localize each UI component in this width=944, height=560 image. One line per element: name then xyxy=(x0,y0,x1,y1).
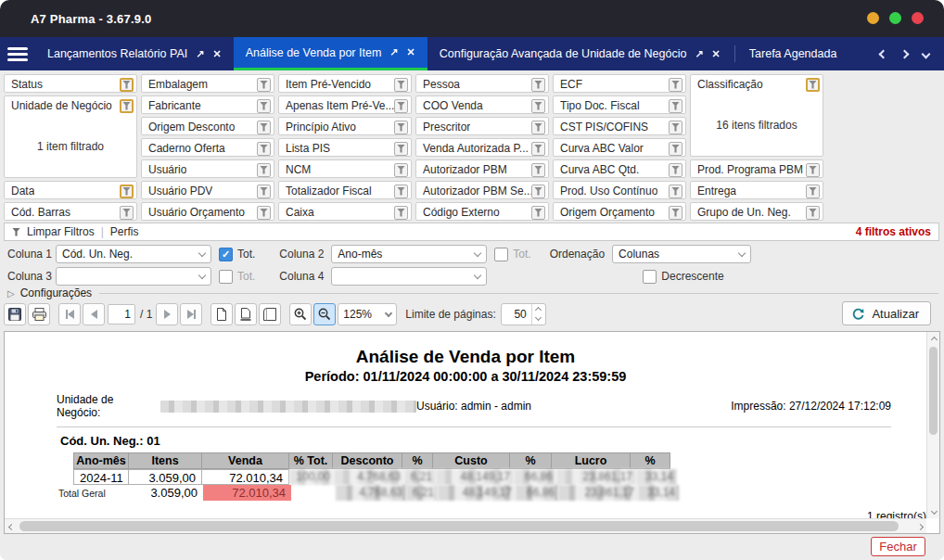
ordenacao-select[interactable]: Colunas xyxy=(612,245,751,263)
filter-embalagem[interactable]: Embalagem xyxy=(141,74,274,93)
filter-origem-desconto[interactable]: Origem Desconto xyxy=(141,117,274,135)
coluna4-select[interactable] xyxy=(331,267,487,286)
clear-filters-button[interactable]: Limpar Filtros xyxy=(27,225,95,238)
multi-page-view-button[interactable] xyxy=(259,303,281,325)
single-page-view-button[interactable] xyxy=(210,303,233,325)
funnel-icon[interactable] xyxy=(531,206,545,220)
tab-tarefa-agendada[interactable]: Tarefa Agendada xyxy=(737,37,849,70)
funnel-icon[interactable] xyxy=(257,78,271,92)
funnel-icon[interactable] xyxy=(531,185,545,198)
filter-ecf[interactable]: ECF xyxy=(553,74,686,93)
vertical-scrollbar[interactable] xyxy=(926,332,939,518)
funnel-icon[interactable] xyxy=(806,78,820,92)
scroll-down-icon[interactable] xyxy=(927,505,940,518)
page-number-input[interactable]: 1 xyxy=(108,304,135,325)
funnel-icon[interactable] xyxy=(669,206,682,220)
last-page-button[interactable] xyxy=(180,303,202,325)
filter-status[interactable]: Status xyxy=(4,74,137,93)
spinner-up-icon[interactable] xyxy=(532,304,545,314)
filter-prescritor[interactable]: Prescritor xyxy=(415,117,549,135)
coluna2-select[interactable]: Ano-mês xyxy=(331,245,487,263)
filter-coo-venda[interactable]: COO Venda xyxy=(415,95,549,114)
funnel-icon[interactable] xyxy=(806,206,820,220)
close-button[interactable]: Fechar xyxy=(871,537,925,556)
vertical-scroll-thumb[interactable] xyxy=(929,347,938,435)
detach-tab-icon[interactable]: ↗ xyxy=(389,46,398,58)
minimize-button[interactable] xyxy=(867,12,879,24)
funnel-icon[interactable] xyxy=(806,185,820,198)
filter-tipo-doc-fiscal[interactable]: Tipo Doc. Fiscal xyxy=(553,95,686,114)
funnel-icon[interactable] xyxy=(669,121,682,134)
funnel-icon[interactable] xyxy=(394,185,408,198)
scroll-left-icon[interactable] xyxy=(5,519,18,534)
scroll-right-icon[interactable] xyxy=(913,519,926,534)
zoom-out-button[interactable] xyxy=(313,303,336,325)
funnel-icon[interactable] xyxy=(531,78,545,92)
save-button[interactable] xyxy=(4,303,26,325)
horizontal-scrollbar[interactable] xyxy=(5,518,926,533)
filter-cst-pis-cofins[interactable]: CST PIS/COFINS xyxy=(553,117,686,135)
filter-pessoa[interactable]: Pessoa xyxy=(415,74,549,93)
filter-classificacao[interactable]: Classificação16 itens filtrados xyxy=(690,74,823,157)
filter-item-pre-vencido[interactable]: Item Pré-Vencido xyxy=(278,74,412,93)
funnel-icon[interactable] xyxy=(531,99,545,113)
refresh-button[interactable]: Atualizar xyxy=(842,301,931,325)
filter-apenas-item-pre-ve[interactable]: Apenas Item Pré-Ve... xyxy=(278,95,412,114)
funnel-icon[interactable] xyxy=(531,121,545,134)
close-tab-icon[interactable]: ✕ xyxy=(712,48,721,60)
filter-lista-pis[interactable]: Lista PIS xyxy=(278,138,412,157)
first-page-button[interactable] xyxy=(58,303,81,325)
coluna1-select[interactable]: Cód. Un. Neg. xyxy=(56,245,211,263)
funnel-icon[interactable] xyxy=(120,99,134,113)
decrescente-checkbox[interactable] xyxy=(643,270,657,284)
filter-usuario[interactable]: Usuário xyxy=(141,159,274,178)
funnel-icon[interactable] xyxy=(257,142,271,156)
tab-analise-de-venda-por-item[interactable]: Análise de Venda por Item↗✕ xyxy=(234,37,427,70)
filter-cod-barras[interactable]: Cód. Barras xyxy=(4,202,137,221)
tab-scroll-right-icon[interactable] xyxy=(900,49,910,58)
funnel-icon[interactable] xyxy=(257,121,271,134)
coluna3-select[interactable] xyxy=(56,267,211,286)
funnel-icon[interactable] xyxy=(257,206,271,220)
zoom-level-select[interactable]: 125% xyxy=(338,303,397,325)
detach-tab-icon[interactable]: ↗ xyxy=(196,48,204,60)
funnel-icon[interactable] xyxy=(669,185,682,198)
funnel-icon[interactable] xyxy=(394,78,408,92)
scroll-up-icon[interactable] xyxy=(927,332,940,345)
maximize-button[interactable] xyxy=(889,12,901,24)
funnel-icon[interactable] xyxy=(257,185,271,198)
page-limit-value[interactable]: 50 xyxy=(502,304,531,325)
filter-curva-abc-valor[interactable]: Curva ABC Valor xyxy=(553,138,686,157)
profiles-button[interactable]: Perfis xyxy=(110,225,139,238)
coluna2-tot-checkbox[interactable] xyxy=(494,248,508,261)
funnel-icon[interactable] xyxy=(120,185,134,198)
funnel-icon[interactable] xyxy=(669,99,682,113)
funnel-icon[interactable] xyxy=(257,99,271,113)
funnel-icon[interactable] xyxy=(669,163,682,177)
page-limit-spinner[interactable]: 50 xyxy=(501,303,546,325)
close-tab-icon[interactable]: ✕ xyxy=(407,46,415,58)
coluna1-tot-checkbox[interactable]: ✓ xyxy=(219,248,233,261)
filter-principio-ativo[interactable]: Princípio Ativo xyxy=(278,117,412,135)
filter-venda-autorizada-p[interactable]: Venda Autorizada P... xyxy=(415,138,549,157)
funnel-icon[interactable] xyxy=(120,206,134,220)
filter-usuario-orcamento[interactable]: Usuário Orçamento xyxy=(141,202,274,221)
funnel-icon[interactable] xyxy=(394,99,408,113)
filter-autorizador-pbm[interactable]: Autorizador PBM xyxy=(415,159,549,178)
close-window-button[interactable] xyxy=(912,12,924,24)
filter-origem-orcamento[interactable]: Origem Orçamento xyxy=(553,202,686,221)
tab-list-dropdown-icon[interactable] xyxy=(922,49,931,58)
funnel-icon[interactable] xyxy=(394,206,408,220)
fit-page-view-button[interactable] xyxy=(235,303,257,325)
funnel-icon[interactable] xyxy=(120,78,134,92)
funnel-icon[interactable] xyxy=(531,163,545,177)
funnel-icon[interactable] xyxy=(394,163,408,177)
close-tab-icon[interactable]: ✕ xyxy=(212,48,221,60)
funnel-icon[interactable] xyxy=(394,142,408,156)
funnel-icon[interactable] xyxy=(394,121,408,134)
filter-codigo-externo[interactable]: Código Externo xyxy=(415,202,549,221)
filter-usuario-pdv[interactable]: Usuário PDV xyxy=(141,181,274,199)
horizontal-scroll-thumb[interactable] xyxy=(19,521,899,531)
filter-grupo-de-un-neg[interactable]: Grupo de Un. Neg. xyxy=(690,202,823,221)
filter-caderno-oferta[interactable]: Caderno Oferta xyxy=(141,138,274,157)
